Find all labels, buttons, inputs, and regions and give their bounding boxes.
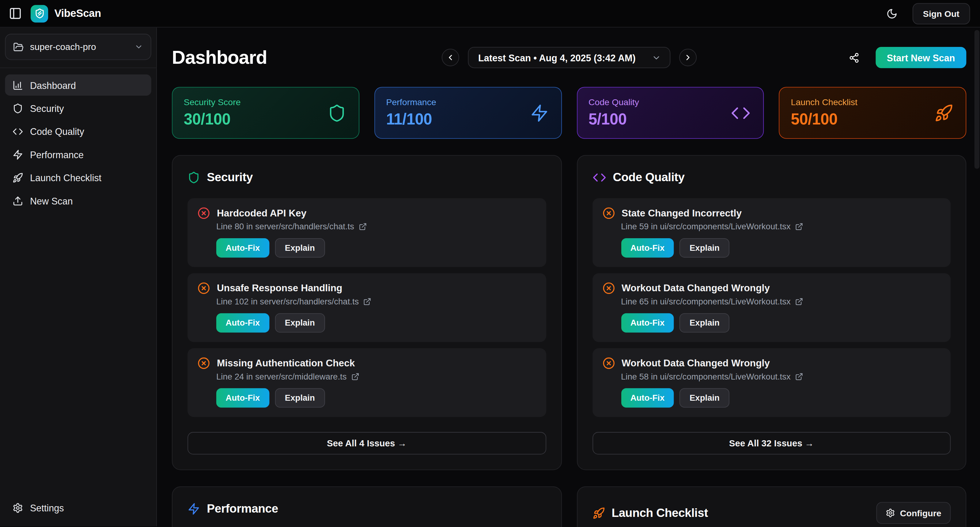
vibescan-logo xyxy=(31,5,48,22)
scan-selector-label: Latest Scan • Aug 4, 2025 (3:42 AM) xyxy=(478,52,636,63)
chevron-down-icon xyxy=(652,53,662,62)
issue-location-link[interactable]: Line 59 in ui/src/components/LiveWorkout… xyxy=(621,222,941,232)
external-link-icon xyxy=(363,298,372,306)
score-card-label: Performance xyxy=(386,97,550,107)
issue-card: State Changed Incorrectly Line 59 in ui/… xyxy=(592,198,951,267)
external-link-icon xyxy=(795,372,803,381)
sign-out-button[interactable]: Sign Out xyxy=(912,3,970,24)
explain-button[interactable]: Explain xyxy=(275,313,325,333)
score-card-label: Security Score xyxy=(184,97,347,107)
security-score-card: Security Score 30/100 xyxy=(172,87,360,139)
panel-title: Code Quality xyxy=(613,171,685,185)
see-all-code-quality-issues-button[interactable]: See All 32 Issues → xyxy=(592,432,951,454)
sidebar-item-performance[interactable]: Performance xyxy=(5,144,151,165)
issue-location-link[interactable]: Line 24 in server/src/middleware.ts xyxy=(216,372,536,382)
see-all-security-issues-button[interactable]: See All 4 Issues → xyxy=(188,432,546,454)
explain-button[interactable]: Explain xyxy=(679,313,729,333)
code-icon xyxy=(13,126,23,137)
auto-fix-button[interactable]: Auto-Fix xyxy=(621,238,674,257)
auto-fix-button[interactable]: Auto-Fix xyxy=(621,388,674,407)
rocket-icon xyxy=(934,103,953,122)
sidebar-divider xyxy=(0,67,156,68)
explain-button[interactable]: Explain xyxy=(275,388,325,407)
share-button[interactable] xyxy=(849,52,859,63)
external-link-icon xyxy=(351,372,360,381)
code-icon xyxy=(592,171,606,185)
chevron-right-icon xyxy=(684,53,693,62)
panel-title: Performance xyxy=(207,502,278,516)
performance-panel: Performance Inefficient Database Connect… xyxy=(172,486,562,527)
sidebar-item-label: New Scan xyxy=(30,195,73,206)
score-cards-row: Security Score 30/100 Performance 11/100… xyxy=(172,87,966,139)
x-circle-icon xyxy=(197,282,210,295)
previous-scan-button[interactable] xyxy=(441,49,459,66)
issue-location-link[interactable]: Line 80 in server/src/handlers/chat.ts xyxy=(216,222,536,232)
zap-icon xyxy=(188,503,200,515)
auto-fix-button[interactable]: Auto-Fix xyxy=(216,388,269,407)
rocket-icon xyxy=(592,507,605,519)
sidebar-item-label: Dashboard xyxy=(30,80,76,91)
auto-fix-button[interactable]: Auto-Fix xyxy=(216,313,269,333)
issue-location-link[interactable]: Line 65 in ui/src/components/LiveWorkout… xyxy=(621,297,941,307)
shield-icon xyxy=(13,103,23,113)
sidebar-item-security[interactable]: Security xyxy=(5,97,151,119)
scrollbar-thumb[interactable] xyxy=(975,30,979,169)
code-quality-score-card: Code Quality 5/100 xyxy=(576,87,764,139)
sidebar-item-settings[interactable]: Settings xyxy=(5,497,151,518)
sidebar-item-label: Code Quality xyxy=(30,126,84,137)
issue-title: Workout Data Changed Wrongly xyxy=(622,283,770,294)
score-card-value: 11/100 xyxy=(386,110,550,128)
page-title: Dashboard xyxy=(172,47,267,68)
sidebar: super-coach-pro Dashboard Security xyxy=(0,27,157,526)
issue-card: Workout Data Changed Wrongly Line 58 in … xyxy=(592,348,951,417)
sidebar-item-launch-checklist[interactable]: Launch Checklist xyxy=(5,167,151,188)
upload-icon xyxy=(13,195,23,206)
launch-checklist-score-card: Launch Checklist 50/100 xyxy=(779,87,967,139)
issue-location-link[interactable]: Line 102 in server/src/handlers/chat.ts xyxy=(216,297,536,307)
sidebar-item-label: Performance xyxy=(30,149,84,160)
auto-fix-button[interactable]: Auto-Fix xyxy=(621,313,674,333)
issue-title: State Changed Incorrectly xyxy=(622,208,742,219)
scan-selector-dropdown[interactable]: Latest Scan • Aug 4, 2025 (3:42 AM) xyxy=(468,47,671,68)
code-icon xyxy=(731,103,751,123)
issue-title: Workout Data Changed Wrongly xyxy=(622,358,770,369)
sidebar-item-new-scan[interactable]: New Scan xyxy=(5,190,151,211)
issue-title: Missing Authentication Check xyxy=(217,358,355,369)
security-panel: Security Hardcoded API Key Line 80 in se… xyxy=(172,155,562,470)
moon-icon xyxy=(886,8,897,19)
next-scan-button[interactable] xyxy=(679,49,697,66)
x-circle-icon xyxy=(197,357,210,369)
sidebar-item-label: Settings xyxy=(30,502,64,513)
explain-button[interactable]: Explain xyxy=(275,238,325,257)
app: VibeScan Sign Out super-coach-pro xyxy=(0,0,980,527)
main-content: Dashboard Latest Scan • Aug 4, 2025 (3:4… xyxy=(157,27,980,526)
sidebar-item-code-quality[interactable]: Code Quality xyxy=(5,121,151,142)
scan-navigation: Latest Scan • Aug 4, 2025 (3:42 AM) xyxy=(441,47,697,68)
gear-icon xyxy=(886,508,895,518)
project-selector[interactable]: super-coach-pro xyxy=(5,34,151,60)
shield-scan-icon xyxy=(34,8,45,19)
start-new-scan-button[interactable]: Start New Scan xyxy=(875,47,966,68)
explain-button[interactable]: Explain xyxy=(679,388,729,407)
code-quality-panel: Code Quality State Changed Incorrectly L… xyxy=(576,155,966,470)
configure-button[interactable]: Configure xyxy=(876,502,951,524)
shield-icon xyxy=(188,171,200,184)
brand-title: VibeScan xyxy=(54,7,101,20)
x-circle-icon xyxy=(602,207,615,219)
sidebar-item-dashboard[interactable]: Dashboard xyxy=(5,75,151,96)
issue-title: Hardcoded API Key xyxy=(217,208,306,219)
chevron-left-icon xyxy=(446,53,455,62)
issue-card: Unsafe Response Handling Line 102 in ser… xyxy=(188,273,546,342)
panel-title: Launch Checklist xyxy=(611,506,708,520)
topbar: VibeScan Sign Out xyxy=(0,0,980,27)
issue-location-link[interactable]: Line 58 in ui/src/components/LiveWorkout… xyxy=(621,372,941,382)
theme-toggle-button[interactable] xyxy=(886,8,897,19)
explain-button[interactable]: Explain xyxy=(679,238,729,257)
sidebar-toggle-button[interactable] xyxy=(9,7,22,20)
panel-title: Security xyxy=(207,171,253,185)
shield-icon xyxy=(328,103,346,122)
auto-fix-button[interactable]: Auto-Fix xyxy=(216,238,269,257)
external-link-icon xyxy=(358,223,367,231)
share-icon xyxy=(849,52,859,63)
chart-column-icon xyxy=(13,80,23,91)
